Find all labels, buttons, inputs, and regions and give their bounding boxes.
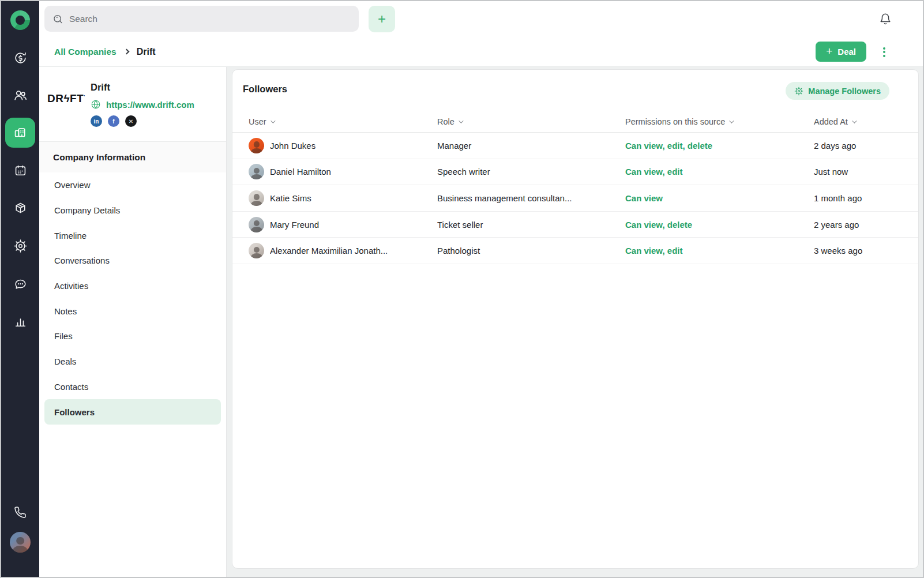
user-cell: Alexander Maximilian Jonath... xyxy=(249,243,437,258)
nav-item[interactable]: Files xyxy=(39,324,226,349)
nav-item[interactable]: Overview xyxy=(39,172,226,198)
manage-followers-button[interactable]: Manage Followers xyxy=(786,82,889,100)
main-area: Followers Manage Followers User Role Per… xyxy=(227,67,923,577)
settings-icon[interactable] xyxy=(6,232,34,260)
followers-title: Followers xyxy=(243,84,287,95)
add-deal-button[interactable]: + Deal xyxy=(816,42,866,62)
added-at-cell: 2 days ago xyxy=(814,141,918,151)
nav-item[interactable]: Conversations xyxy=(39,248,226,273)
deal-button-label: Deal xyxy=(837,47,856,57)
column-header-user[interactable]: User xyxy=(249,117,437,126)
added-at-cell: 3 weeks ago xyxy=(814,246,918,256)
added-at-cell: 2 years ago xyxy=(814,220,918,230)
row-avatar xyxy=(249,217,264,232)
permissions-cell[interactable]: Can view, edit xyxy=(625,167,814,177)
breadcrumb-row: All Companies Drift + Deal xyxy=(39,37,923,67)
column-header-role[interactable]: Role xyxy=(437,117,625,126)
deals-sync-icon[interactable] xyxy=(6,44,34,72)
table-row[interactable]: Katie Sims Business management consultan… xyxy=(232,185,918,212)
nav-item[interactable]: Notes xyxy=(39,298,226,324)
bell-icon[interactable] xyxy=(879,13,893,27)
table-row[interactable]: Daniel Hamilton Speech writer Can view, … xyxy=(232,159,918,186)
role-cell: Speech writer xyxy=(437,167,625,177)
permissions-cell[interactable]: Can view, delete xyxy=(625,220,814,230)
more-options-icon[interactable] xyxy=(878,46,890,58)
row-avatar xyxy=(249,164,264,179)
table-header: User Role Permissions on this source Add… xyxy=(232,111,918,133)
company-website[interactable]: https://www.drift.com xyxy=(91,99,194,110)
nav-item[interactable]: Company Details xyxy=(39,198,226,223)
breadcrumb-chevron-icon xyxy=(123,49,129,55)
section-title: Company Information xyxy=(39,142,226,172)
gear-icon xyxy=(794,87,803,96)
role-cell: Ticket seller xyxy=(437,220,625,230)
company-nav: Overview Company Details Timeline Conver… xyxy=(39,172,226,425)
user-name: Alexander Maximilian Jonath... xyxy=(270,246,388,256)
breadcrumb-current: Drift xyxy=(137,47,156,57)
column-header-added-at[interactable]: Added At xyxy=(814,117,918,126)
table-body: John Dukes Manager Can view, edit, delet… xyxy=(232,133,918,264)
app-window: + All Companies Drift + Deal DRϟFT' Drif… xyxy=(0,0,924,578)
nav-item[interactable]: Contacts xyxy=(39,374,226,400)
plus-icon: + xyxy=(826,45,832,58)
user-name: Mary Freund xyxy=(270,220,319,230)
row-avatar xyxy=(249,190,264,206)
user-cell: Daniel Hamilton xyxy=(249,164,437,179)
company-panel: DRϟFT' Drift https://www.drift.com in f … xyxy=(39,67,227,577)
user-name: John Dukes xyxy=(270,141,315,151)
nav-item[interactable]: Followers xyxy=(44,399,221,425)
search-input[interactable] xyxy=(69,14,351,24)
permissions-cell[interactable]: Can view, edit xyxy=(625,246,814,256)
app-logo[interactable] xyxy=(10,10,30,30)
table-row[interactable]: John Dukes Manager Can view, edit, delet… xyxy=(232,133,918,159)
user-cell: John Dukes xyxy=(249,138,437,153)
phone-icon[interactable] xyxy=(6,498,34,526)
reports-icon[interactable] xyxy=(6,307,34,335)
nav-item[interactable]: Timeline xyxy=(39,223,226,248)
role-cell: Pathologist xyxy=(437,246,625,256)
icon-rail xyxy=(1,1,39,577)
companies-icon-active[interactable] xyxy=(5,118,35,148)
breadcrumb: All Companies Drift xyxy=(54,37,156,66)
chat-icon[interactable] xyxy=(6,269,34,297)
table-row[interactable]: Alexander Maximilian Jonath... Pathologi… xyxy=(232,238,918,264)
company-url[interactable]: https://www.drift.com xyxy=(106,100,194,110)
company-logo: DRϟFT' xyxy=(47,92,85,105)
permissions-cell[interactable]: Can view, edit, delete xyxy=(625,141,814,151)
search-icon xyxy=(52,13,63,25)
role-cell: Business management consultan... xyxy=(437,193,625,203)
table-row[interactable]: Mary Freund Ticket seller Can view, dele… xyxy=(232,212,918,238)
user-name: Katie Sims xyxy=(270,193,311,203)
products-icon[interactable] xyxy=(6,194,34,222)
topbar: + xyxy=(39,1,923,37)
permissions-cell[interactable]: Can view xyxy=(625,193,814,203)
social-icons: in f ✕ xyxy=(91,115,137,127)
company-name: Drift xyxy=(91,82,110,93)
manage-followers-label: Manage Followers xyxy=(808,87,881,96)
row-avatar xyxy=(249,138,264,153)
quick-add-button[interactable]: + xyxy=(369,6,395,32)
row-avatar xyxy=(249,243,264,258)
added-at-cell: Just now xyxy=(814,167,918,177)
search-box[interactable] xyxy=(44,6,359,32)
nav-item[interactable]: Activities xyxy=(39,273,226,299)
company-card: DRϟFT' Drift https://www.drift.com in f … xyxy=(39,67,226,141)
column-header-permissions[interactable]: Permissions on this source xyxy=(625,117,814,126)
contacts-icon[interactable] xyxy=(6,81,34,109)
breadcrumb-all-companies[interactable]: All Companies xyxy=(54,47,117,57)
followers-card: Followers Manage Followers User Role Per… xyxy=(232,69,919,569)
role-cell: Manager xyxy=(437,141,625,151)
nav-item[interactable]: Deals xyxy=(39,349,226,374)
user-name: Daniel Hamilton xyxy=(270,167,331,177)
user-cell: Katie Sims xyxy=(249,190,437,206)
globe-icon xyxy=(91,99,101,110)
user-cell: Mary Freund xyxy=(249,217,437,232)
user-avatar[interactable] xyxy=(10,532,31,553)
calendar-icon[interactable] xyxy=(6,156,34,184)
added-at-cell: 1 month ago xyxy=(814,193,918,203)
app-logo-hole xyxy=(16,16,25,25)
